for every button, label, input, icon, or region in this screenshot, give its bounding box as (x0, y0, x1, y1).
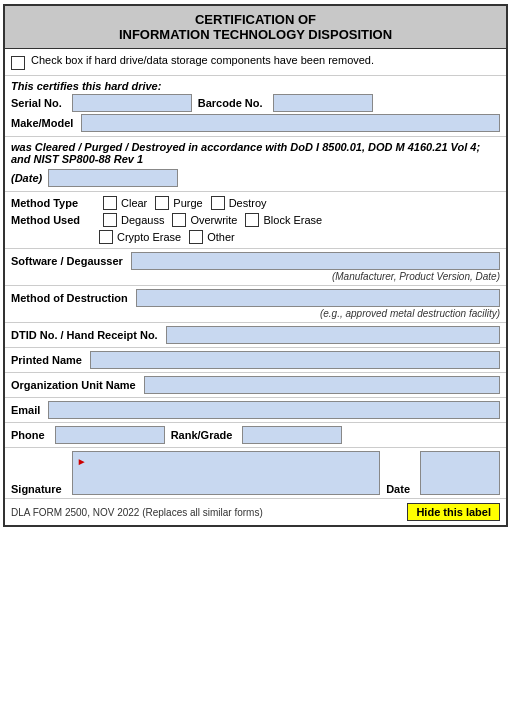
destroy-checkbox[interactable] (211, 196, 225, 210)
header-line2: INFORMATION TECHNOLOGY DISPOSITION (13, 27, 498, 42)
signature-box[interactable]: ► (72, 451, 380, 495)
rank-input[interactable] (242, 426, 342, 444)
degauss-label: Degauss (121, 214, 164, 226)
printed-name-input[interactable] (90, 351, 500, 369)
software-row: Software / Degausser (11, 252, 500, 270)
destroy-group: Destroy (211, 196, 267, 210)
overwrite-group: Overwrite (172, 213, 237, 227)
block-erase-checkbox[interactable] (245, 213, 259, 227)
barcode-input[interactable] (273, 94, 373, 112)
degauss-checkbox[interactable] (103, 213, 117, 227)
serial-row: Serial No. Barcode No. (11, 94, 500, 112)
serial-label: Serial No. (11, 97, 62, 109)
software-label: Software / Degausser (11, 255, 123, 267)
make-row: Make/Model (11, 114, 500, 132)
destruction-section: Method of Destruction (e.g., approved me… (5, 286, 506, 323)
clear-group: Clear (103, 196, 147, 210)
other-checkbox[interactable] (189, 230, 203, 244)
clear-label: Clear (121, 197, 147, 209)
org-unit-row: Organization Unit Name (5, 373, 506, 398)
crypto-erase-checkbox[interactable] (99, 230, 113, 244)
date-box[interactable] (420, 451, 500, 495)
phone-input[interactable] (55, 426, 165, 444)
purge-group: Purge (155, 196, 202, 210)
block-erase-label: Block Erase (263, 214, 322, 226)
overwrite-checkbox[interactable] (172, 213, 186, 227)
clear-checkbox[interactable] (103, 196, 117, 210)
phone-label: Phone (11, 429, 45, 441)
certifies-section: This certifies this hard drive: Serial N… (5, 76, 506, 137)
cleared-section: was Cleared / Purged / Destroyed in acco… (5, 137, 506, 192)
barcode-label: Barcode No. (198, 97, 263, 109)
other-group: Other (189, 230, 235, 244)
email-input[interactable] (48, 401, 500, 419)
method-type-row: Method Type Clear Purge Destroy (11, 196, 500, 210)
signature-row: Signature ► Date (11, 451, 500, 495)
software-input[interactable] (131, 252, 500, 270)
crypto-erase-label: Crypto Erase (117, 231, 181, 243)
form-header: CERTIFICATION OF INFORMATION TECHNOLOGY … (5, 6, 506, 49)
method-used-row1: Method Used Degauss Overwrite Block Eras… (11, 213, 500, 227)
software-hint: (Manufacturer, Product Version, Date) (11, 271, 500, 282)
signature-section: Signature ► Date (5, 448, 506, 499)
phone-rank-row: Phone Rank/Grade (5, 423, 506, 448)
rank-label: Rank/Grade (171, 429, 233, 441)
footer-row: DLA FORM 2500, NOV 2022 (Replaces all si… (5, 499, 506, 525)
date-label-cleared: (Date) (11, 172, 42, 184)
purge-label: Purge (173, 197, 202, 209)
destruction-label: Method of Destruction (11, 292, 128, 304)
dtid-label: DTID No. / Hand Receipt No. (11, 329, 158, 341)
email-row: Email (5, 398, 506, 423)
block-erase-group: Block Erase (245, 213, 322, 227)
software-section: Software / Degausser (Manufacturer, Prod… (5, 249, 506, 286)
checkbox-area: Check box if hard drive/data storage com… (5, 49, 506, 76)
make-label: Make/Model (11, 117, 73, 129)
date-row: (Date) (11, 169, 500, 187)
signature-arrow-icon: ► (77, 456, 87, 467)
destruction-input[interactable] (136, 289, 500, 307)
org-unit-input[interactable] (144, 376, 500, 394)
method-section: Method Type Clear Purge Destroy Method U… (5, 192, 506, 249)
method-used-label: Method Used (11, 214, 91, 226)
dtid-row: DTID No. / Hand Receipt No. (5, 323, 506, 348)
certifies-label: This certifies this hard drive: (11, 80, 500, 92)
crypto-erase-group: Crypto Erase (99, 230, 181, 244)
checkbox-label: Check box if hard drive/data storage com… (31, 54, 374, 66)
date-label-sig: Date (386, 483, 410, 495)
method-type-label: Method Type (11, 197, 91, 209)
footer-text: DLA FORM 2500, NOV 2022 (Replaces all si… (11, 507, 263, 518)
hard-drive-checkbox[interactable] (11, 56, 25, 70)
org-unit-label: Organization Unit Name (11, 379, 136, 391)
date-input-cleared[interactable] (48, 169, 178, 187)
destroy-label: Destroy (229, 197, 267, 209)
degauss-group: Degauss (103, 213, 164, 227)
make-input[interactable] (81, 114, 500, 132)
method-used-row2: Crypto Erase Other (99, 230, 500, 244)
purge-checkbox[interactable] (155, 196, 169, 210)
hide-label-button[interactable]: Hide this label (407, 503, 500, 521)
other-label: Other (207, 231, 235, 243)
destruction-row: Method of Destruction (11, 289, 500, 307)
dtid-input[interactable] (166, 326, 500, 344)
signature-label: Signature (11, 483, 62, 495)
overwrite-label: Overwrite (190, 214, 237, 226)
serial-input[interactable] (72, 94, 192, 112)
cleared-text: was Cleared / Purged / Destroyed in acco… (11, 141, 500, 165)
email-label: Email (11, 404, 40, 416)
printed-name-label: Printed Name (11, 354, 82, 366)
destruction-hint: (e.g., approved metal destruction facili… (11, 308, 500, 319)
printed-name-row: Printed Name (5, 348, 506, 373)
header-line1: CERTIFICATION OF (13, 12, 498, 27)
